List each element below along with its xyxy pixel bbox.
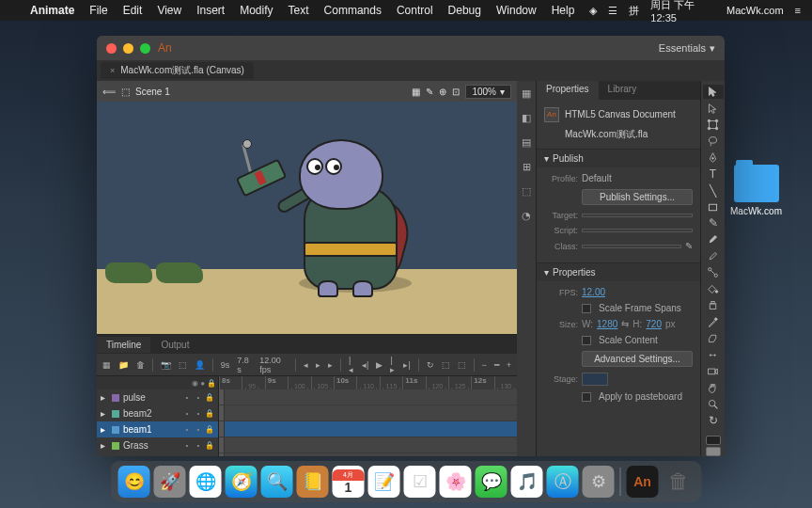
layer-row[interactable]: ▸beam2••🔒: [97, 405, 218, 421]
dock-trash[interactable]: 🗑: [663, 466, 695, 498]
dock-animate[interactable]: An: [627, 466, 659, 498]
maximize-button[interactable]: [140, 43, 150, 54]
width-tool[interactable]: ↔: [703, 348, 724, 362]
keyframe-icon[interactable]: ⬚: [179, 360, 187, 370]
align-icon[interactable]: ▦: [520, 87, 533, 100]
timeline-frames[interactable]: 8s, 95 ,9s, 100 ,, 105 ,10s, 110 ,, 115 …: [219, 376, 517, 456]
publish-section-header[interactable]: ▾ Publish: [537, 150, 700, 167]
visibility-header-icon[interactable]: ◉: [192, 379, 198, 388]
edit-class-icon[interactable]: ✎: [685, 241, 693, 251]
menu-edit[interactable]: Edit: [123, 4, 143, 17]
components-icon[interactable]: ⬚: [520, 184, 533, 198]
dock-itunes[interactable]: 🎵: [511, 466, 543, 498]
dock-preview[interactable]: 🔍: [261, 466, 293, 498]
rotation-tool[interactable]: ↻: [703, 413, 724, 427]
pen-tool[interactable]: [703, 151, 724, 165]
zoom-tool[interactable]: [703, 397, 724, 411]
clip-icon[interactable]: ▦: [412, 87, 420, 97]
subselection-tool[interactable]: [703, 101, 724, 115]
menu-view[interactable]: View: [157, 4, 181, 17]
siri-icon[interactable]: ≡: [795, 5, 801, 16]
frame-ruler[interactable]: 8s, 95 ,9s, 100 ,, 105 ,10s, 110 ,, 115 …: [219, 376, 517, 389]
menu-insert[interactable]: Insert: [196, 4, 225, 17]
menu-debug[interactable]: Debug: [448, 4, 481, 17]
menu-control[interactable]: Control: [397, 4, 433, 17]
marker-icon[interactable]: ⬚: [442, 360, 450, 370]
bone-tool[interactable]: [703, 265, 724, 279]
fps-value[interactable]: 12.00: [582, 287, 605, 297]
dock-notes[interactable]: 📝: [368, 466, 400, 498]
lasso-tool[interactable]: [703, 134, 724, 148]
line-tool[interactable]: ╲: [703, 183, 724, 198]
lock-header-icon[interactable]: 🔒: [207, 379, 216, 388]
stroke-color-swatch[interactable]: [706, 436, 721, 445]
fit-icon[interactable]: ⊡: [452, 87, 460, 97]
brush-tool[interactable]: [703, 232, 724, 246]
swatches-icon[interactable]: ▤: [520, 135, 533, 149]
menu-help[interactable]: Help: [552, 4, 575, 17]
first-frame-icon[interactable]: |◂: [349, 356, 354, 374]
workspace-switcher[interactable]: Essentials▾: [659, 42, 715, 55]
onion-skin-icon[interactable]: 👤: [195, 360, 205, 370]
scene-nav-icon[interactable]: ⬚: [121, 87, 130, 97]
input-icon[interactable]: 拼: [629, 4, 639, 18]
stage-canvas[interactable]: [97, 102, 517, 334]
link-size-icon[interactable]: ⇆: [621, 319, 629, 329]
menubar-time[interactable]: 周日 下午12:35: [650, 0, 715, 24]
play-icon[interactable]: ▸: [316, 360, 320, 370]
scene-label[interactable]: Scene 1: [135, 87, 170, 97]
delete-icon[interactable]: 🗑: [136, 360, 145, 370]
dock-photos[interactable]: 🌸: [440, 466, 472, 498]
layer-row[interactable]: ▸hippo••🔒: [97, 453, 218, 456]
step-forward-icon[interactable]: |▸: [390, 356, 396, 374]
loop-icon[interactable]: ↻: [427, 360, 434, 370]
play-button[interactable]: ▶: [376, 360, 383, 370]
zoom-out-icon[interactable]: −: [481, 360, 486, 370]
blob-brush-tool[interactable]: [703, 249, 724, 263]
advanced-settings-button[interactable]: Advanced Settings...: [582, 351, 693, 367]
app-name[interactable]: Animate: [30, 4, 74, 17]
outline-header-icon[interactable]: ●: [200, 379, 205, 388]
layer-row[interactable]: ▸Grass••🔒: [97, 437, 218, 453]
dock-appstore[interactable]: Ⓐ: [547, 466, 579, 498]
dock-launchpad[interactable]: 🚀: [154, 466, 186, 498]
rectangle-tool[interactable]: [703, 199, 724, 214]
dock-messages[interactable]: 💬: [476, 466, 508, 498]
last-frame-icon[interactable]: ▸|: [403, 360, 410, 370]
scene-icon[interactable]: ⟸: [102, 87, 116, 97]
dock-contacts[interactable]: 📒: [297, 466, 329, 498]
layer-row[interactable]: ▸beam1••🔒: [97, 421, 218, 437]
spotlight-icon[interactable]: ☰: [608, 5, 617, 17]
dock-reminders[interactable]: ☑: [404, 466, 436, 498]
wifi-icon[interactable]: ◈: [589, 5, 597, 17]
layer-add-icon[interactable]: ▦: [102, 360, 111, 370]
stage-color-swatch[interactable]: [582, 373, 608, 386]
eyedropper-tool[interactable]: [703, 315, 724, 329]
goto-last-icon[interactable]: ▸: [328, 360, 333, 370]
camera-icon[interactable]: 📷: [161, 360, 171, 370]
minimize-button[interactable]: [123, 43, 133, 54]
menu-text[interactable]: Text: [289, 4, 309, 17]
step-back-icon[interactable]: ◂|: [362, 360, 368, 370]
document-tab[interactable]: × MacWk.com测试.fla (Canvas): [101, 62, 254, 79]
dock-chrome[interactable]: 🌐: [190, 466, 222, 498]
scale-content-checkbox[interactable]: [582, 336, 591, 345]
close-button[interactable]: [106, 43, 117, 54]
zoom-slider[interactable]: ━: [494, 360, 499, 370]
ink-bottle-tool[interactable]: [703, 298, 724, 312]
width-value[interactable]: 1280: [597, 319, 617, 329]
track-row[interactable]: [219, 437, 517, 453]
desktop-folder[interactable]: MacWk.com: [730, 165, 782, 216]
apply-pasteboard-checkbox[interactable]: [582, 392, 591, 402]
tab-library[interactable]: Library: [599, 81, 647, 100]
tab-timeline[interactable]: Timeline: [97, 337, 150, 353]
goto-first-icon[interactable]: ◂: [304, 360, 308, 370]
height-value[interactable]: 720: [646, 319, 662, 329]
free-transform-tool[interactable]: [703, 118, 724, 132]
history-icon[interactable]: ◔: [520, 209, 533, 222]
eraser-tool[interactable]: [703, 331, 724, 345]
layer-row[interactable]: ▸pulse••🔒: [97, 389, 218, 405]
properties-section-header[interactable]: ▾ Properties: [537, 263, 700, 281]
menu-file[interactable]: File: [89, 4, 107, 17]
track-row[interactable]: [219, 389, 517, 405]
